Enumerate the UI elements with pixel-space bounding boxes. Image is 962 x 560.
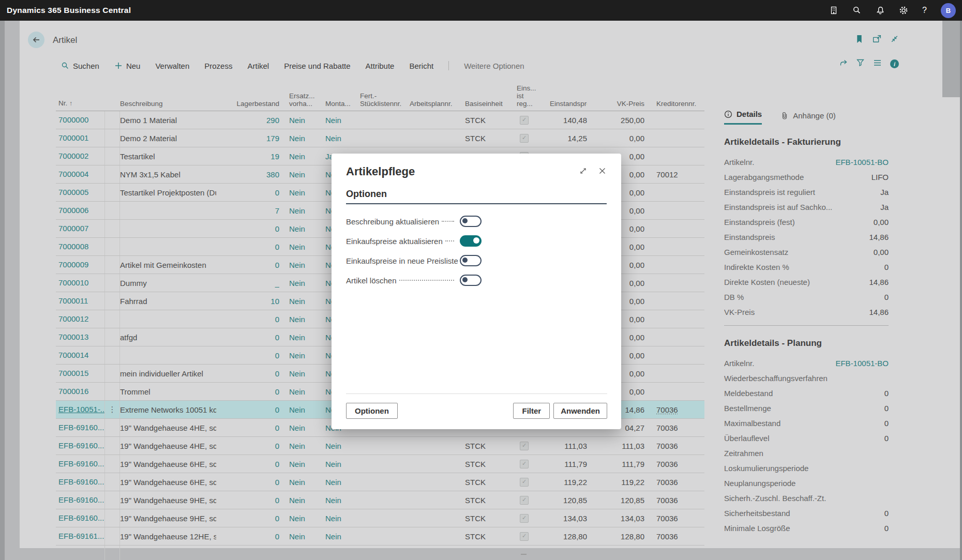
field-value[interactable]: EFB-10051-BO — [835, 359, 889, 368]
item-no-link[interactable]: EFB-69161... — [56, 527, 105, 545]
table-row[interactable] — [56, 546, 704, 560]
inventory-link[interactable]: 290 — [216, 116, 279, 125]
item-no-link[interactable]: 7000007 — [56, 220, 105, 237]
table-row[interactable]: EFB-69160...19" Wandgehaeuse 9HE, schwe.… — [56, 509, 704, 527]
inventory-link[interactable]: 0 — [216, 532, 279, 541]
inventory-link[interactable]: 0 — [216, 315, 279, 324]
item-no-link[interactable]: 7000010 — [56, 274, 105, 292]
inventory-link[interactable]: 179 — [216, 134, 279, 143]
column-header-einstandspreis-reguliert[interactable]: Eins... ist reg... — [517, 84, 550, 108]
inventory-link[interactable]: 19 — [216, 152, 279, 161]
column-header-nr[interactable]: Nr. ↑ — [56, 99, 120, 108]
item-no-link[interactable]: 7000005 — [56, 184, 105, 201]
column-header-ersatz-vorhanden[interactable]: Ersatz... vorha... — [279, 92, 325, 108]
inventory-link[interactable]: 0 — [216, 188, 279, 197]
toolbar-item-neu[interactable]: Neu — [114, 62, 141, 70]
inventory-link[interactable]: 0 — [216, 514, 279, 523]
table-row[interactable]: EFB-69160...19" Wandgehaeuse 6HE, schwe.… — [56, 473, 704, 491]
inventory-link[interactable]: 0 — [216, 496, 279, 505]
item-no-link[interactable]: 7000004 — [56, 165, 105, 183]
tab-details[interactable]: Details — [724, 110, 762, 125]
settings-gear-icon[interactable] — [899, 6, 908, 15]
item-no-link[interactable]: EFB-69160... — [56, 473, 105, 491]
column-header-kreditorennr[interactable]: Kreditorennr. — [644, 100, 704, 108]
toolbar-item-attribute[interactable]: Attribute — [366, 62, 395, 70]
avatar[interactable]: B — [941, 3, 956, 18]
table-row[interactable]: EFB-69160...19" Wandgehaeuse 4HE, schwe.… — [56, 437, 704, 455]
item-no-link[interactable]: EFB-69160... — [56, 437, 105, 455]
item-no-link[interactable]: 7000001 — [56, 129, 105, 147]
filter-icon[interactable] — [856, 58, 865, 69]
share-icon[interactable] — [839, 58, 848, 69]
right-edge-scrollbar[interactable] — [960, 21, 962, 560]
item-no-link[interactable]: 7000014 — [56, 346, 105, 364]
inventory-link[interactable]: 7 — [216, 206, 279, 215]
inventory-link[interactable]: 0 — [216, 442, 279, 450]
item-no-link[interactable]: EFB-10051-... — [56, 401, 105, 418]
item-no-link[interactable]: EFB-69160... — [56, 509, 105, 527]
item-no-link[interactable]: 7000016 — [56, 383, 105, 400]
column-header-lagerbestand[interactable]: Lagerbestand — [216, 100, 279, 108]
list-view-icon[interactable] — [873, 58, 882, 69]
inventory-link[interactable]: 0 — [216, 460, 279, 468]
toolbar-item-artikel[interactable]: Artikel — [247, 62, 269, 70]
toggle-switch[interactable] — [460, 235, 482, 247]
inventory-link[interactable]: 0 — [216, 423, 279, 432]
inventory-link[interactable]: 0 — [216, 387, 279, 396]
item-no-link[interactable]: 7000000 — [56, 111, 105, 129]
toolbar-item-verwalten[interactable]: Verwalten — [155, 62, 189, 70]
item-no-link[interactable]: 7000009 — [56, 256, 105, 274]
item-no-link[interactable]: 7000013 — [56, 328, 105, 346]
item-no-link[interactable]: 7000006 — [56, 202, 105, 219]
toolbar-item-suchen[interactable]: Suchen — [61, 62, 99, 70]
inventory-link[interactable]: 0 — [216, 261, 279, 269]
bookmark-icon[interactable] — [854, 34, 864, 44]
open-in-new-window-icon[interactable] — [872, 34, 882, 44]
item-no-link[interactable]: 7000011 — [56, 292, 105, 310]
item-no-link[interactable] — [56, 546, 105, 560]
inventory-link[interactable]: 0 — [216, 405, 279, 414]
toggle-switch[interactable] — [460, 216, 482, 227]
table-row[interactable]: EFB-69161...19" Wandgehaeuse 12HE, schw.… — [56, 527, 704, 546]
tab-anhaenge[interactable]: Anhänge (0) — [780, 111, 836, 125]
table-row[interactable]: 7000000Demo 1 Material290NeinNeinSTCK✓14… — [56, 111, 704, 129]
toolbar-more-options[interactable]: Weitere Optionen — [464, 62, 524, 70]
column-header-montage[interactable]: Monta... — [325, 100, 360, 108]
column-header-basiseinheit[interactable]: Basiseinheit — [465, 100, 517, 108]
collapse-icon[interactable] — [890, 34, 899, 44]
item-no-link[interactable]: 7000008 — [56, 238, 105, 255]
inventory-link[interactable]: 0 — [216, 369, 279, 378]
column-header-fert-stuecklistennr[interactable]: Fert.- Stücklistennr. — [360, 92, 410, 108]
item-no-link[interactable]: EFB-69160... — [56, 419, 105, 436]
column-header-einstandspreis[interactable]: Einstandspreis — [550, 100, 587, 108]
column-header-arbeitsplannr[interactable]: Arbeitsplannr. — [410, 100, 465, 108]
inventory-link[interactable]: 0 — [216, 478, 279, 487]
info-icon[interactable]: i — [890, 59, 899, 68]
toolbar-item-preise-und-rabatte[interactable]: Preise und Rabatte — [284, 62, 350, 70]
column-header-vk-preis[interactable]: VK-Preis — [587, 100, 644, 108]
table-row[interactable]: EFB-69160...19" Wandgehaeuse 6HE, schwe.… — [56, 455, 704, 473]
field-value[interactable]: EFB-10051-BO — [835, 158, 889, 167]
close-dialog-icon[interactable] — [598, 167, 607, 177]
inventory-link[interactable]: 0 — [216, 333, 279, 342]
filter-button[interactable]: Filter — [513, 403, 550, 419]
inventory-link[interactable]: 380 — [216, 170, 279, 179]
item-no-link[interactable]: EFB-69160... — [56, 491, 105, 509]
notifications-icon[interactable] — [876, 6, 885, 15]
inventory-link[interactable]: _ — [216, 279, 279, 287]
table-row[interactable]: 7000001Demo 2 Material179NeinNeinSTCK✓14… — [56, 129, 704, 147]
inventory-link[interactable]: 0 — [216, 243, 279, 251]
toggle-switch[interactable] — [460, 275, 482, 286]
inventory-link[interactable]: 0 — [216, 351, 279, 360]
inventory-link[interactable]: 0 — [216, 224, 279, 233]
company-icon[interactable] — [829, 6, 838, 15]
inventory-link[interactable]: 10 — [216, 297, 279, 306]
options-button[interactable]: Optionen — [346, 403, 398, 419]
back-button[interactable] — [28, 32, 44, 48]
toolbar-item-prozess[interactable]: Prozess — [204, 62, 232, 70]
item-no-link[interactable]: EFB-69160... — [56, 455, 105, 473]
item-no-link[interactable]: 7000015 — [56, 365, 105, 382]
item-no-link[interactable]: 7000002 — [56, 147, 105, 165]
apply-button[interactable]: Anwenden — [553, 403, 607, 419]
expand-dialog-icon[interactable] — [579, 167, 588, 177]
